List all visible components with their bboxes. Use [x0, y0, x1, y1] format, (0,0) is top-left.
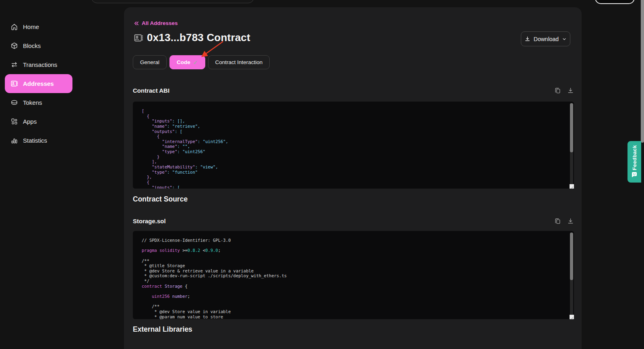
sidebar-item-blocks[interactable]: Blocks	[0, 36, 124, 55]
abi-scrollbar-thumb[interactable]	[570, 103, 573, 152]
feedback-label: Feedback	[632, 145, 638, 170]
download-button[interactable]: Download	[521, 31, 570, 46]
tab-code[interactable]: Code ✓	[169, 55, 205, 69]
sidebar-item-label: Addresses	[23, 80, 54, 87]
contract-abi-code[interactable]: [ { "inputs": [], "name": "retrieve", "o…	[133, 102, 574, 189]
contract-source-heading: Contract Source	[133, 195, 188, 204]
blocks-icon	[10, 42, 18, 50]
tabs: General Code ✓ Contract Interaction	[133, 55, 270, 69]
download-icon	[524, 36, 530, 42]
topbar-pill-button[interactable]	[595, 0, 635, 4]
download-icon[interactable]	[567, 218, 574, 224]
external-libraries-heading: External Libraries	[133, 325, 192, 334]
tab-contract-interaction[interactable]: Contract Interaction	[208, 55, 270, 69]
sidebar-item-addresses[interactable]: Addresses	[5, 74, 72, 93]
page-scrollbar-thumb[interactable]	[641, 0, 644, 143]
sidebar-item-statistics[interactable]: Statistics	[0, 131, 124, 150]
solidity-source-code[interactable]: // SPDX-License-Identifier: GPL-3.0 prag…	[133, 231, 574, 319]
copy-icon[interactable]	[554, 87, 561, 94]
sidebar: Home Blocks Transactions Addresses Token…	[0, 0, 124, 349]
copy-icon[interactable]	[554, 218, 561, 224]
source-scrollbar-thumb[interactable]	[570, 233, 573, 280]
sidebar-item-transactions[interactable]: Transactions	[0, 55, 124, 74]
check-icon: ✓	[193, 59, 198, 66]
main-content-panel: All Addresses 0x13...b783 Contract Downl…	[124, 7, 582, 349]
double-chevron-left-icon	[134, 21, 139, 26]
sidebar-item-label: Statistics	[23, 137, 47, 144]
contract-card-icon	[134, 33, 143, 43]
back-to-all-addresses-link[interactable]: All Addresses	[134, 20, 178, 26]
download-button-label: Download	[534, 36, 559, 42]
back-link-label: All Addresses	[142, 20, 178, 26]
sidebar-item-label: Apps	[23, 118, 37, 125]
sidebar-item-label: Home	[23, 23, 39, 30]
sidebar-item-home[interactable]: Home	[0, 17, 124, 36]
sidebar-item-label: Blocks	[23, 42, 41, 49]
feedback-button[interactable]: Feedback	[627, 141, 641, 183]
statistics-icon	[10, 137, 18, 144]
feedback-chat-icon	[631, 171, 638, 179]
page-title: 0x13...b783 Contract	[147, 31, 250, 44]
sidebar-item-tokens[interactable]: Tokens	[0, 93, 124, 112]
contract-abi-title: Contract ABI	[133, 87, 169, 94]
tokens-icon	[10, 99, 18, 106]
source-file-name: Storage.sol	[133, 218, 166, 224]
sidebar-item-label: Transactions	[23, 61, 57, 68]
source-resize-grip[interactable]	[570, 315, 574, 319]
home-icon	[10, 23, 18, 31]
abi-resize-grip[interactable]	[570, 184, 574, 189]
transactions-icon	[10, 61, 18, 69]
tab-label: Code	[177, 59, 190, 65]
tab-label: General	[140, 59, 159, 65]
tab-general[interactable]: General	[133, 55, 167, 69]
sidebar-item-label: Tokens	[23, 99, 42, 106]
sidebar-item-apps[interactable]: Apps	[0, 112, 124, 131]
addresses-icon	[10, 80, 18, 87]
chevron-down-icon	[562, 37, 567, 42]
apps-icon	[10, 118, 18, 125]
download-icon[interactable]	[567, 87, 574, 94]
tab-label: Contract Interaction	[215, 59, 263, 65]
